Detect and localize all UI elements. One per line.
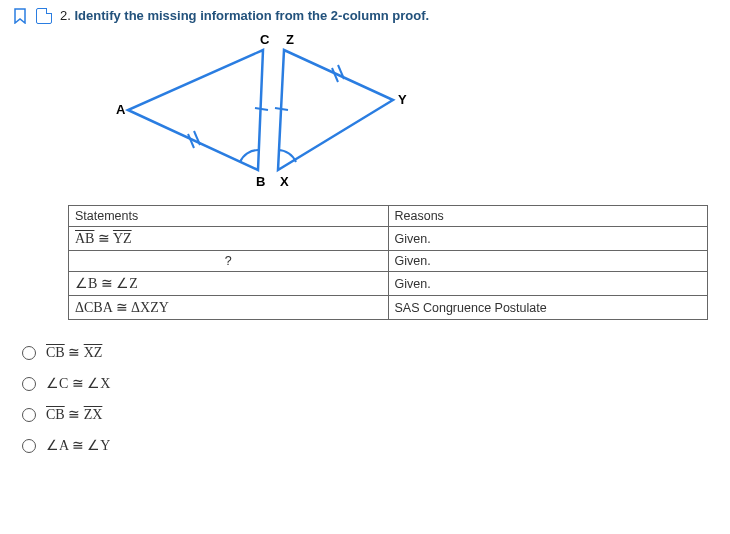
- svg-marker-0: [128, 50, 263, 170]
- reason-cell: Given.: [388, 251, 708, 272]
- choice-label: ∠A ≅ ∠Y: [46, 437, 110, 454]
- table-row: AB ≅ YZ Given.: [69, 227, 708, 251]
- choice-label: CB ≅ ZX: [46, 406, 102, 423]
- label-A: A: [116, 102, 126, 117]
- label-Y: Y: [398, 92, 407, 107]
- triangles-diagram: A B C X Y Z: [108, 30, 718, 193]
- radio-icon[interactable]: [22, 346, 36, 360]
- header-reasons: Reasons: [388, 206, 708, 227]
- choice-c[interactable]: CB ≅ ZX: [22, 406, 718, 423]
- reason-cell: SAS Congruence Postulate: [388, 296, 708, 320]
- choice-a[interactable]: CB ≅ XZ: [22, 344, 718, 361]
- statement-cell: AB ≅ YZ: [69, 227, 389, 251]
- header-statements: Statements: [69, 206, 389, 227]
- choice-b[interactable]: ∠C ≅ ∠X: [22, 375, 718, 392]
- table-row: ΔCBA ≅ ΔXZY SAS Congruence Postulate: [69, 296, 708, 320]
- note-icon[interactable]: [36, 8, 52, 24]
- svg-line-6: [255, 108, 268, 110]
- choice-label: ∠C ≅ ∠X: [46, 375, 110, 392]
- reason-cell: Given.: [388, 227, 708, 251]
- radio-icon[interactable]: [22, 408, 36, 422]
- statement-cell-missing: ?: [69, 251, 389, 272]
- choice-d[interactable]: ∠A ≅ ∠Y: [22, 437, 718, 454]
- answer-choices: CB ≅ XZ ∠C ≅ ∠X CB ≅ ZX ∠A ≅ ∠Y: [22, 344, 718, 454]
- table-row: ∠B ≅ ∠Z Given.: [69, 272, 708, 296]
- proof-table: Statements Reasons AB ≅ YZ Given. ? Give…: [68, 205, 708, 320]
- label-X: X: [280, 174, 289, 189]
- reason-cell: Given.: [388, 272, 708, 296]
- choice-label: CB ≅ XZ: [46, 344, 102, 361]
- svg-marker-1: [278, 50, 393, 170]
- label-Z: Z: [286, 32, 294, 47]
- bookmark-icon[interactable]: [12, 8, 28, 24]
- svg-line-7: [275, 108, 288, 110]
- radio-icon[interactable]: [22, 377, 36, 391]
- label-B: B: [256, 174, 265, 189]
- question-number: 2.: [60, 8, 71, 23]
- question-prompt: 2. Identify the missing information from…: [60, 8, 429, 23]
- radio-icon[interactable]: [22, 439, 36, 453]
- table-row: ? Given.: [69, 251, 708, 272]
- label-C: C: [260, 32, 270, 47]
- question-bold: Identify the missing information from th…: [74, 8, 429, 23]
- statement-cell: ΔCBA ≅ ΔXZY: [69, 296, 389, 320]
- statement-cell: ∠B ≅ ∠Z: [69, 272, 389, 296]
